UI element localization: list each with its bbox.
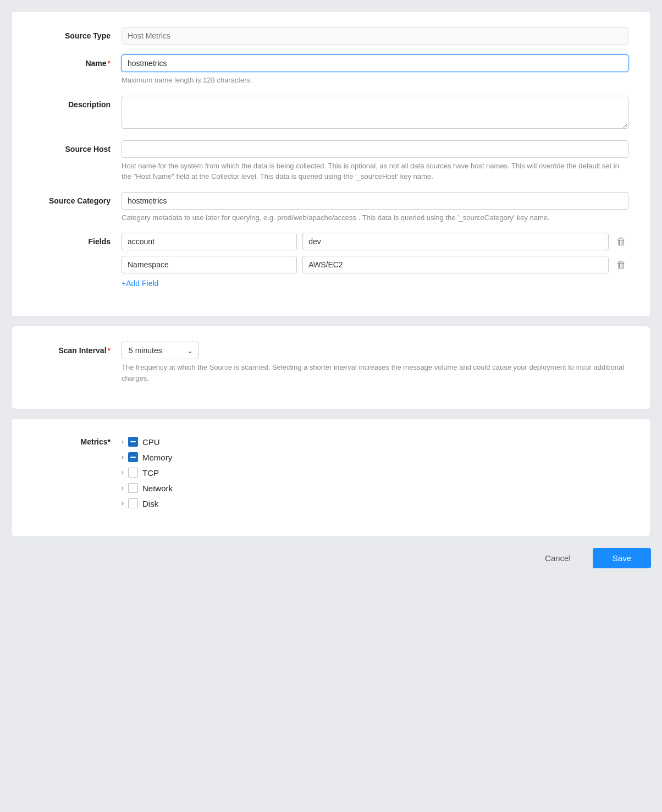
scan-interval-hint: The frequency at which the Source is sca… — [122, 362, 628, 383]
add-field-button[interactable]: +Add Field — [122, 276, 158, 291]
metric-checkbox-disk[interactable] — [128, 498, 138, 508]
cancel-button[interactable]: Cancel — [529, 548, 586, 568]
metric-label-tcp: TCP — [142, 468, 159, 478]
metrics-content: › CPU › Memory › TCP › Network — [122, 434, 628, 511]
metric-item-disk: › Disk — [122, 496, 628, 511]
delete-field-0-icon[interactable]: 🗑 — [614, 234, 628, 250]
metric-checkbox-network[interactable] — [128, 483, 138, 493]
fields-row: Fields 🗑 🗑 +Add Field — [34, 233, 628, 291]
metrics-list: › CPU › Memory › TCP › Network — [122, 434, 628, 511]
source-category-hint: Category metadata to use later for query… — [122, 212, 628, 223]
name-label: Name* — [34, 54, 122, 68]
description-input[interactable] — [122, 96, 628, 129]
name-row: Name* Maximum name length is 128 charact… — [34, 54, 628, 86]
metrics-label: Metrics* — [34, 434, 122, 446]
fields-label: Fields — [34, 233, 122, 246]
name-content: Maximum name length is 128 characters. — [122, 54, 628, 86]
field-key-0[interactable] — [122, 233, 297, 250]
source-host-row: Source Host Host name for the system fro… — [34, 140, 628, 182]
metrics-required-star: * — [108, 437, 111, 446]
save-button[interactable]: Save — [593, 548, 651, 568]
source-type-content — [122, 27, 628, 45]
main-form-card: Source Type Name* Maximum name length is… — [11, 11, 651, 317]
metric-expand-cpu-icon[interactable]: › — [122, 438, 124, 446]
metric-item-network: › Network — [122, 480, 628, 496]
footer-buttons: Cancel Save — [11, 548, 651, 574]
metric-checkbox-cpu[interactable] — [128, 437, 138, 447]
description-content — [122, 96, 628, 130]
scan-interval-select[interactable]: 1 minute 2 minutes 5 minutes 10 minutes … — [122, 342, 198, 359]
metrics-row: Metrics* › CPU › Memory › TCP — [34, 434, 628, 511]
metric-label-cpu: CPU — [142, 437, 160, 447]
scan-interval-required-star: * — [108, 346, 111, 355]
metric-item-memory: › Memory — [122, 449, 628, 465]
field-row-1: 🗑 — [122, 256, 628, 273]
metric-expand-disk-icon[interactable]: › — [122, 500, 124, 507]
metrics-card: Metrics* › CPU › Memory › TCP — [11, 418, 651, 537]
source-host-content: Host name for the system from which the … — [122, 140, 628, 182]
metric-label-disk: Disk — [142, 499, 158, 508]
field-row-0: 🗑 — [122, 233, 628, 250]
field-key-1[interactable] — [122, 256, 297, 273]
delete-field-1-icon[interactable]: 🗑 — [614, 257, 628, 273]
fields-content: 🗑 🗑 +Add Field — [122, 233, 628, 291]
metric-item-tcp: › TCP — [122, 465, 628, 480]
name-hint: Maximum name length is 128 characters. — [122, 75, 628, 86]
metric-expand-network-icon[interactable]: › — [122, 484, 124, 492]
field-value-0[interactable] — [302, 233, 609, 250]
source-category-input[interactable] — [122, 192, 628, 210]
scan-interval-content: 1 minute 2 minutes 5 minutes 10 minutes … — [122, 342, 628, 383]
metric-label-network: Network — [142, 484, 173, 493]
scan-interval-card: Scan Interval* 1 minute 2 minutes 5 minu… — [11, 326, 651, 409]
source-host-hint: Host name for the system from which the … — [122, 161, 628, 182]
source-type-label: Source Type — [34, 27, 122, 40]
description-label: Description — [34, 96, 122, 109]
scan-interval-label: Scan Interval* — [34, 342, 122, 355]
description-row: Description — [34, 96, 628, 130]
scan-interval-select-wrapper: 1 minute 2 minutes 5 minutes 10 minutes … — [122, 342, 198, 359]
name-required-star: * — [108, 59, 111, 68]
metric-item-cpu: › CPU — [122, 434, 628, 449]
metric-label-memory: Memory — [142, 453, 172, 462]
source-category-label: Source Category — [34, 192, 122, 205]
name-input[interactable] — [122, 54, 628, 72]
metric-expand-tcp-icon[interactable]: › — [122, 469, 124, 476]
source-category-row: Source Category Category metadata to use… — [34, 192, 628, 223]
source-host-label: Source Host — [34, 140, 122, 153]
source-type-input — [122, 27, 628, 45]
fields-grid: 🗑 🗑 — [122, 233, 628, 273]
metric-checkbox-memory[interactable] — [128, 452, 138, 462]
source-host-input[interactable] — [122, 140, 628, 158]
metric-checkbox-tcp[interactable] — [128, 468, 138, 478]
source-category-content: Category metadata to use later for query… — [122, 192, 628, 223]
field-value-1[interactable] — [302, 256, 609, 273]
source-type-row: Source Type — [34, 27, 628, 45]
metric-expand-memory-icon[interactable]: › — [122, 453, 124, 461]
scan-interval-row: Scan Interval* 1 minute 2 minutes 5 minu… — [34, 342, 628, 383]
